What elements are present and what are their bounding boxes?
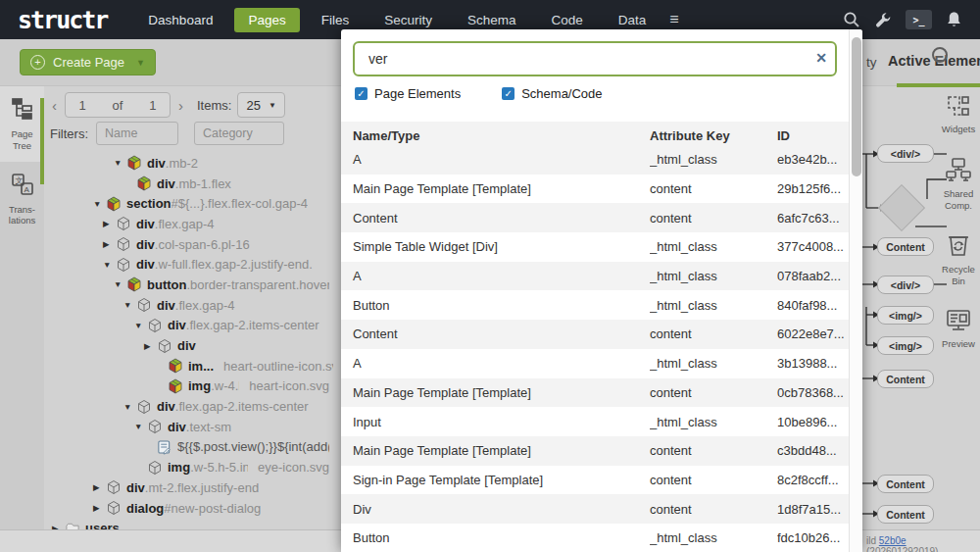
tree-row[interactable]: ▶ div .flex.gap-4 xyxy=(44,214,333,234)
nav-item-pages[interactable]: Pages xyxy=(234,8,299,32)
tree-row[interactable]: ${{$.post.view();}}${int(add(size... xyxy=(44,437,333,458)
flow-node[interactable]: Content xyxy=(877,475,934,493)
scrollbar-thumb[interactable] xyxy=(852,37,861,176)
cube-colored-icon xyxy=(126,155,142,171)
result-row[interactable]: Button _html_class 840faf98... xyxy=(341,290,849,320)
tree-row[interactable]: ▼ div .text-sm xyxy=(44,417,333,437)
create-page-button[interactable]: + Create Page ▼ xyxy=(20,49,156,75)
checkbox-icon[interactable]: ✓ xyxy=(502,87,514,100)
flow-node[interactable]: Content xyxy=(877,370,934,388)
nav-item-schema[interactable]: Schema xyxy=(454,8,530,32)
nav-item-security[interactable]: Security xyxy=(370,8,446,32)
result-row[interactable]: A _html_class eb3e42b... xyxy=(341,145,849,175)
tree-row[interactable]: ▶ div .mt-2.flex.justify-end xyxy=(44,477,333,498)
result-row[interactable]: Main Page Template [Template] content c3… xyxy=(341,436,849,466)
page-prev-button[interactable]: ‹ xyxy=(50,97,59,114)
result-id: 10be896... xyxy=(777,415,849,429)
result-row[interactable]: Simple Table Widget [Div] _html_class 37… xyxy=(341,232,849,262)
rail-item-widgets[interactable]: Widgets xyxy=(937,94,980,135)
chevron-down-icon: ▼ xyxy=(136,58,145,68)
tree-row[interactable]: ▶ div .col-span-6.pl-16 xyxy=(44,234,333,255)
tree-row[interactable]: ▼ div .mb-2 xyxy=(44,153,333,174)
page-current[interactable]: 1 xyxy=(78,98,85,113)
main-nav: DashboardPagesFilesSecuritySchemaCodeDat… xyxy=(134,8,660,32)
filter-category-input[interactable] xyxy=(194,122,284,145)
left-icon-rail: Page Tree文ATrans- lations xyxy=(0,86,44,529)
nav-item-data[interactable]: Data xyxy=(605,8,661,32)
search-icon[interactable] xyxy=(843,11,860,28)
flow-node[interactable]: <div/> xyxy=(877,276,934,294)
notifications-bell-icon[interactable] xyxy=(946,11,962,28)
tree-row[interactable]: ▶ div xyxy=(44,335,333,356)
checkbox-icon[interactable]: ✓ xyxy=(355,87,368,100)
rail-label: Recycle Bin xyxy=(942,264,975,287)
tree-caret-icon[interactable]: ▶ xyxy=(93,482,106,492)
element-classes: .mb-1.flex xyxy=(175,176,231,191)
flow-node[interactable]: <img/> xyxy=(877,306,934,325)
rail-item-preview[interactable]: Preview xyxy=(937,309,980,350)
filter-name-input[interactable] xyxy=(96,122,178,145)
tree-row[interactable]: ▼ div .w-full.flex.gap-2.justify-end. xyxy=(44,254,333,275)
result-row[interactable]: Button _html_class fdc10b26... xyxy=(341,524,849,552)
tree-caret-icon[interactable]: ▶ xyxy=(103,239,116,249)
tree-row[interactable]: ▼ div .flex.gap-2.items-center xyxy=(44,316,333,336)
terminal-icon[interactable]: >_ xyxy=(906,10,932,29)
header-id: ID xyxy=(777,128,849,143)
tree-row[interactable]: ▶ users xyxy=(44,518,333,529)
flow-node[interactable]: Content xyxy=(877,237,934,256)
tree-row[interactable]: ▼ div .flex.gap-4 xyxy=(44,295,333,316)
tree-row[interactable]: div .mb-1.flex xyxy=(44,174,333,194)
result-row[interactable]: Content content 6afc7c63... xyxy=(341,203,849,232)
result-row[interactable]: Main Page Template [Template] content 29… xyxy=(341,175,849,204)
tree-caret-icon[interactable]: ▼ xyxy=(114,279,126,289)
checkbox-schema-code[interactable]: ✓ Schema/Code xyxy=(502,86,602,101)
rail-item-shared-components[interactable]: Shared Comp. xyxy=(937,157,980,212)
active-rail-indicator xyxy=(40,98,44,184)
tree-caret-icon[interactable]: ▼ xyxy=(123,300,136,310)
tree-caret-icon[interactable]: ▼ xyxy=(93,199,106,209)
tree-caret-icon[interactable]: ▶ xyxy=(144,341,157,351)
flow-node[interactable]: Content xyxy=(877,505,934,524)
rail-item-translations[interactable]: 文ATrans- lations xyxy=(0,162,44,237)
tab-partial[interactable]: ty xyxy=(866,55,877,70)
page-next-button[interactable]: › xyxy=(176,97,185,114)
element-file: heart-icon.svg xyxy=(239,378,329,393)
tree-caret-icon[interactable]: ▶ xyxy=(103,219,116,228)
tree-caret-icon[interactable]: ▶ xyxy=(93,503,106,513)
tree-caret-icon[interactable]: ▼ xyxy=(134,321,147,330)
tree-row[interactable]: img .w-5.h-5.inlin... eye-icon.svg xyxy=(44,457,333,477)
tree-row[interactable]: im... heart-outline-icon.svg xyxy=(44,356,333,376)
rail-item-page-tree[interactable]: Page Tree xyxy=(0,86,44,162)
checkbox-page-elements[interactable]: ✓ Page Elements xyxy=(355,86,461,101)
build-link[interactable]: 52b0e xyxy=(879,535,906,546)
search-input[interactable] xyxy=(353,41,837,76)
result-row[interactable]: Sign-in Page Template [Template] content… xyxy=(341,466,849,495)
result-row[interactable]: Main Page Template [Template] content 0c… xyxy=(341,378,849,408)
flow-node[interactable]: <div/> xyxy=(877,144,934,163)
flow-node[interactable]: <img/> xyxy=(877,336,934,355)
wrench-icon[interactable] xyxy=(874,11,892,28)
tree-row[interactable]: ▼ button .border-transparent.hover:b... xyxy=(44,275,333,295)
dialog-scrollbar[interactable] xyxy=(849,29,862,552)
tree-caret-icon[interactable]: ▼ xyxy=(123,402,136,412)
tree-caret-icon[interactable]: ▼ xyxy=(134,422,147,431)
tree-row[interactable]: ▶ dialog #new-post-dialog xyxy=(44,498,333,519)
tree-caret-icon[interactable]: ▼ xyxy=(114,158,126,168)
clear-search-icon[interactable]: ✕ xyxy=(815,50,827,66)
page-size-select[interactable]: 25 ▼ xyxy=(237,92,284,118)
result-row[interactable]: Input _html_class 10be896... xyxy=(341,407,849,436)
rail-item-recycle-bin[interactable]: Recycle Bin xyxy=(937,232,980,287)
page-number-box[interactable]: 1 of 1 xyxy=(65,92,171,118)
result-row[interactable]: A _html_class 3b13988... xyxy=(341,349,849,378)
result-row[interactable]: Div content 1d8f7a15... xyxy=(341,494,849,524)
help-circle-icon[interactable] xyxy=(932,47,948,63)
result-row[interactable]: Content content 6022e8e7... xyxy=(341,320,849,349)
tree-row[interactable]: img .w-4.h-... heart-icon.svg xyxy=(44,376,333,397)
tree-row[interactable]: ▼ section #${...}.flex.flex-col.gap-4 xyxy=(44,193,333,214)
tree-row[interactable]: ▼ div .flex.gap-2.items-center xyxy=(44,396,333,417)
nav-item-dashboard[interactable]: Dashboard xyxy=(134,8,226,32)
nav-item-files[interactable]: Files xyxy=(308,8,364,32)
tree-caret-icon[interactable]: ▼ xyxy=(103,260,116,270)
nav-item-code[interactable]: Code xyxy=(538,8,597,32)
result-row[interactable]: A _html_class 078faab2... xyxy=(341,262,849,291)
